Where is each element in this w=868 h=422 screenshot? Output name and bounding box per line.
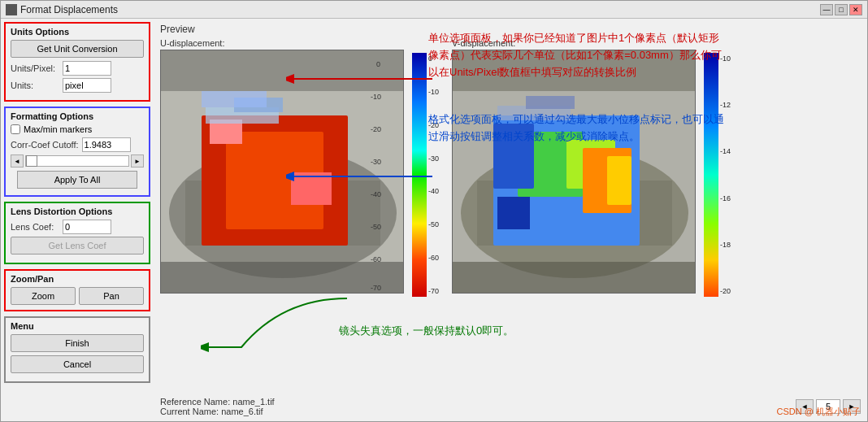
units-row: Units: — [11, 78, 144, 93]
v-displacement-label: V-displacement: — [452, 38, 696, 48]
svg-rect-34 — [453, 262, 696, 294]
window-icon — [6, 4, 17, 15]
svg-rect-10 — [161, 50, 404, 91]
v-displacement-image — [452, 50, 696, 294]
zoom-pan-buttons: Zoom Pan — [11, 287, 144, 305]
slider-track[interactable] — [25, 155, 129, 167]
units-pixel-input[interactable] — [63, 61, 111, 76]
zoom-pan-panel: Zoom/Pan Zoom Pan — [4, 269, 150, 311]
minimize-button[interactable]: — — [820, 4, 833, 15]
zoom-button[interactable]: Zoom — [11, 287, 76, 305]
units-pixel-row: Units/Pixel: — [11, 61, 144, 76]
window-title: Format Displacements — [20, 4, 118, 15]
zoom-pan-title: Zoom/Pan — [11, 274, 144, 284]
svg-rect-35 — [704, 53, 718, 297]
watermark: CSDN @ 机器小贴子 — [777, 406, 861, 418]
u-colorbar: 0 -10 -20 -30 -40 -50 -60 -70 — [412, 53, 439, 297]
menu-panel: Menu Finish Cancel — [4, 316, 150, 383]
units-pixel-label: Units/Pixel: — [11, 63, 59, 73]
apply-to-all-button[interactable]: Apply To All — [17, 171, 137, 189]
u-displacement-image: 0 -10 -20 -30 -40 -50 -60 -70 — [160, 50, 404, 294]
svg-rect-28 — [607, 156, 631, 205]
maxmin-label: Max/min markers — [24, 124, 92, 134]
svg-rect-20 — [412, 53, 427, 297]
svg-text:-40: -40 — [371, 190, 381, 198]
lens-coef-row: Lens Coef: — [11, 220, 144, 234]
lens-distortion-title: Lens Distortion Options — [11, 207, 144, 216]
formatting-options-title: Formatting Options — [11, 111, 144, 121]
u-displacement-col: U-displacement: — [160, 38, 404, 294]
svg-rect-33 — [453, 50, 696, 91]
svg-rect-32 — [526, 96, 575, 109]
preview-title: Preview — [160, 24, 861, 35]
svg-rect-6 — [291, 172, 332, 205]
v-colorbar: -10 -12 -14 -16 -18 -20 — [704, 53, 731, 297]
svg-text:-20: -20 — [371, 125, 381, 133]
pan-button[interactable]: Pan — [79, 287, 144, 305]
finish-button[interactable]: Finish — [11, 334, 144, 352]
svg-text:-10: -10 — [371, 93, 381, 101]
svg-text:-50: -50 — [371, 223, 381, 231]
svg-rect-29 — [493, 124, 534, 189]
corr-coef-label: Corr-Coef Cutoff: — [11, 140, 79, 150]
formatting-options-panel: Formatting Options Max/min markers Corr-… — [4, 107, 150, 197]
svg-rect-30 — [497, 197, 530, 229]
main-window: Format Displacements — □ ✕ Units Options… — [0, 0, 868, 422]
preview-bottom: Reference Name: name_1.tif Current Name:… — [160, 397, 861, 416]
cancel-button[interactable]: Cancel — [11, 355, 144, 373]
units-options-panel: Units Options Get Unit Conversion Units/… — [4, 22, 150, 102]
svg-text:0: 0 — [376, 60, 380, 68]
units-options-title: Units Options — [11, 27, 144, 37]
titlebar: Format Displacements — □ ✕ — [1, 1, 867, 19]
preview-area: Preview U-displacement: — [154, 19, 867, 421]
current-name: Current Name: name_6.tif — [160, 407, 275, 416]
get-unit-conversion-button[interactable]: Get Unit Conversion — [11, 40, 144, 58]
reference-name: Reference Name: name_1.tif — [160, 397, 275, 407]
v-colorbar-svg — [704, 53, 718, 297]
slider-right-arrow[interactable]: ► — [131, 154, 144, 167]
v-displacement-svg — [453, 50, 696, 294]
maximize-button[interactable]: □ — [835, 4, 848, 15]
u-colorbar-svg — [412, 53, 427, 297]
svg-text:-60: -60 — [371, 255, 381, 263]
get-lens-coef-button[interactable]: Get Lens Coef — [11, 237, 144, 255]
svg-rect-11 — [161, 262, 404, 294]
svg-text:-30: -30 — [371, 158, 381, 166]
u-colorbar-ticks: 0 -10 -20 -30 -40 -50 -60 -70 — [428, 53, 439, 297]
menu-title: Menu — [11, 321, 144, 331]
maxmin-checkbox-row: Max/min markers — [11, 124, 144, 134]
units-input[interactable] — [63, 78, 111, 93]
lens-coef-input[interactable] — [63, 220, 111, 234]
svg-text:-70: -70 — [371, 284, 381, 292]
maxmin-checkbox[interactable] — [11, 124, 20, 134]
u-displacement-svg: 0 -10 -20 -30 -40 -50 -60 -70 — [161, 50, 404, 294]
lens-coef-label: Lens Coef: — [11, 222, 59, 232]
slider-row: ◄ ► — [11, 154, 144, 167]
close-button[interactable]: ✕ — [849, 4, 862, 15]
corr-coef-row: Corr-Coef Cutoff: — [11, 137, 144, 152]
v-colorbar-ticks: -10 -12 -14 -16 -18 -20 — [720, 53, 731, 297]
u-displacement-label: U-displacement: — [160, 38, 404, 48]
left-panel: Units Options Get Unit Conversion Units/… — [1, 19, 154, 421]
titlebar-controls: — □ ✕ — [820, 4, 862, 15]
v-displacement-col: V-displacement: — [452, 38, 696, 294]
slider-left-arrow[interactable]: ◄ — [11, 154, 24, 167]
lens-distortion-panel: Lens Distortion Options Lens Coef: Get L… — [4, 202, 150, 264]
slider-thumb[interactable] — [26, 155, 37, 167]
file-info: Reference Name: name_1.tif Current Name:… — [160, 397, 275, 416]
units-label: Units: — [11, 80, 59, 90]
main-content: Units Options Get Unit Conversion Units/… — [1, 19, 867, 421]
corr-coef-input[interactable] — [82, 137, 131, 152]
svg-rect-9 — [202, 91, 267, 107]
